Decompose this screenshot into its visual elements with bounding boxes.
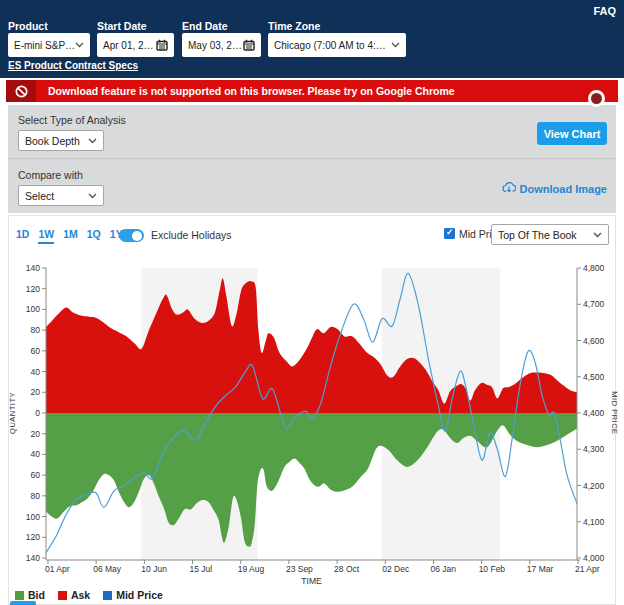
- left-tick-label: 40: [31, 449, 41, 459]
- calendar-icon[interactable]: [243, 39, 255, 51]
- right-tick-label: 4,200: [583, 481, 605, 491]
- legend-label: Ask: [71, 589, 90, 601]
- book-depth-chart[interactable]: 140120100806040200204060801001201404,800…: [0, 250, 624, 588]
- x-tick-label: 28 Oct: [334, 564, 360, 574]
- end-date-input[interactable]: May 03, 2022: [182, 33, 261, 57]
- start-date-label: Start Date: [97, 20, 147, 32]
- x-tick-label: 10 Feb: [479, 564, 506, 574]
- chevron-down-icon: [88, 138, 97, 144]
- faq-link[interactable]: FAQ: [593, 5, 616, 17]
- compare-with-label: Compare with: [18, 169, 83, 181]
- cloud-download-icon: [502, 182, 516, 195]
- left-tick-label: 120: [26, 532, 40, 542]
- range-tab-1D[interactable]: 1D: [16, 228, 29, 244]
- start-date-value: Apr 01, 2021: [103, 40, 156, 51]
- toggle-knob: [132, 231, 142, 241]
- legend-swatch: [15, 591, 24, 600]
- right-tick-label: 4,100: [583, 517, 605, 527]
- right-tick-label: 4,500: [583, 372, 605, 382]
- x-tick-label: 01 Apr: [45, 564, 70, 574]
- chart-legend: BidAskMid Price: [15, 589, 163, 601]
- left-tick-label: 140: [26, 263, 40, 273]
- calendar-icon[interactable]: [156, 39, 168, 51]
- book-depth-tool-page: FAQ Product Start Date End Date Time Zon…: [0, 0, 624, 605]
- mid-price-checkbox[interactable]: [444, 228, 455, 239]
- left-axis-title: QUANTITY: [8, 392, 17, 434]
- feedback-widget-icon[interactable]: [588, 90, 605, 107]
- legend-item-mid-price: Mid Price: [103, 589, 163, 601]
- end-date-label: End Date: [182, 20, 228, 32]
- left-tick-label: 100: [26, 512, 40, 522]
- right-tick-label: 4,300: [583, 444, 605, 454]
- legend-item-ask: Ask: [58, 589, 90, 601]
- book-level-value: Top Of The Book: [498, 229, 577, 241]
- product-select-value: E-mini S&P 500 F...: [14, 40, 75, 51]
- legend-label: Mid Price: [116, 589, 163, 601]
- product-select[interactable]: E-mini S&P 500 F...: [8, 33, 90, 57]
- right-axis-title: MID PRICE: [610, 391, 619, 434]
- left-tick-label: 20: [31, 387, 41, 397]
- right-tick-label: 4,000: [583, 553, 605, 563]
- right-tick-label: 4,700: [583, 299, 605, 309]
- x-tick-label: 06 May: [93, 564, 122, 574]
- contract-specs-link[interactable]: ES Product Contract Specs: [8, 60, 138, 71]
- analysis-type-value: Book Depth: [25, 135, 80, 147]
- left-tick-label: 140: [26, 553, 40, 563]
- download-image-label: Download Image: [520, 183, 607, 195]
- x-tick-label: 15 Jul: [190, 564, 213, 574]
- time-range-tabs: 1D1W1M1Q1Y: [16, 228, 123, 244]
- range-tab-1W[interactable]: 1W: [38, 228, 54, 244]
- time-zone-select[interactable]: Chicago (7:00 AM to 4:00 PM): [268, 33, 406, 57]
- x-tick-label: 19 Aug: [238, 564, 265, 574]
- analysis-panel: Select Type of Analysis Book Depth View …: [8, 105, 616, 213]
- compare-with-select[interactable]: Select: [18, 185, 104, 206]
- left-tick-label: 40: [31, 367, 41, 377]
- left-tick-label: 120: [26, 284, 40, 294]
- x-tick-label: 10 Jun: [141, 564, 167, 574]
- view-chart-button[interactable]: View Chart: [537, 122, 607, 145]
- book-level-select[interactable]: Top Of The Book: [491, 224, 609, 245]
- left-tick-label: 80: [31, 491, 41, 501]
- chevron-down-icon: [75, 42, 84, 48]
- left-tick-label: 0: [35, 408, 40, 418]
- chevron-down-icon: [391, 42, 400, 48]
- x-axis-title: TIME: [301, 576, 322, 586]
- panel-divider: [8, 158, 616, 159]
- chevron-down-icon: [593, 232, 602, 238]
- right-tick-label: 4,400: [583, 408, 605, 418]
- legend-swatch: [103, 591, 112, 600]
- download-image-link[interactable]: Download Image: [502, 182, 607, 195]
- chat-widget-fragment[interactable]: [10, 601, 36, 605]
- x-tick-label: 23 Sep: [286, 564, 313, 574]
- time-zone-value: Chicago (7:00 AM to 4:00 PM): [274, 40, 391, 51]
- legend-item-bid: Bid: [15, 589, 45, 601]
- x-tick-label: 17 Mar: [527, 564, 554, 574]
- compare-with-value: Select: [25, 190, 54, 202]
- right-tick-label: 4,600: [583, 336, 605, 346]
- left-tick-label: 80: [31, 325, 41, 335]
- left-tick-label: 60: [31, 470, 41, 480]
- header: FAQ Product Start Date End Date Time Zon…: [0, 0, 624, 78]
- exclude-holidays-label: Exclude Holidays: [151, 229, 232, 241]
- chevron-down-icon: [88, 193, 97, 199]
- time-zone-label: Time Zone: [268, 20, 320, 32]
- warning-banner: Download feature is not supported on thi…: [6, 80, 618, 102]
- exclude-holidays-toggle[interactable]: [119, 229, 144, 242]
- product-label: Product: [8, 20, 48, 32]
- x-tick-label: 06 Jan: [430, 564, 456, 574]
- left-tick-label: 60: [31, 346, 41, 356]
- left-tick-label: 20: [31, 429, 41, 439]
- x-tick-label: 21 Apr: [575, 564, 600, 574]
- range-tab-1M[interactable]: 1M: [63, 228, 78, 244]
- start-date-input[interactable]: Apr 01, 2021: [97, 33, 174, 57]
- legend-swatch: [58, 591, 67, 600]
- warning-message: Download feature is not supported on thi…: [48, 80, 455, 102]
- left-tick-label: 100: [26, 304, 40, 314]
- range-tab-1Q[interactable]: 1Q: [87, 228, 101, 244]
- analysis-type-select[interactable]: Book Depth: [18, 130, 104, 151]
- analysis-type-label: Select Type of Analysis: [18, 114, 126, 126]
- right-tick-label: 4,800: [583, 263, 605, 273]
- legend-label: Bid: [28, 589, 45, 601]
- x-tick-label: 02 Dec: [382, 564, 410, 574]
- no-entry-icon: [6, 80, 36, 102]
